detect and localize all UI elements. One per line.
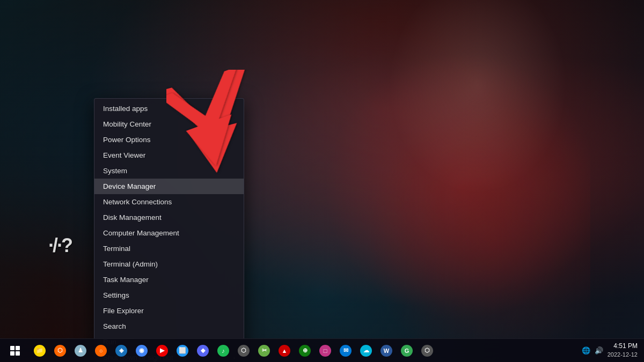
chrome-icon: ◉ xyxy=(136,345,148,357)
taskbar-app-origin[interactable]: ○ xyxy=(91,341,111,360)
menu-item-label-settings: Settings xyxy=(103,291,129,299)
word-icon: W xyxy=(380,345,392,357)
windows-logo-icon xyxy=(10,346,20,356)
menu-item-power-options[interactable]: Power Options xyxy=(94,132,244,147)
taskbar-app-xbox[interactable]: ⊕ xyxy=(295,341,314,360)
menu-item-label-terminal: Terminal xyxy=(103,245,130,253)
menu-item-device-manager[interactable]: Device Manager xyxy=(94,179,244,194)
origin-icon: ○ xyxy=(95,345,107,357)
redapp-icon: ▲ xyxy=(279,345,290,357)
taskbar-app-media[interactable]: ▶ xyxy=(152,341,172,360)
taskbar-app-explorer[interactable]: 📁 xyxy=(30,341,49,360)
menu-item-search[interactable]: Search xyxy=(94,319,244,334)
menu-item-label-mobility-center: Mobility Center xyxy=(103,120,151,128)
taskbar-app-outlook[interactable]: ✉ xyxy=(336,341,355,360)
app3-icon: ⬡ xyxy=(421,345,433,357)
context-menu: Installed appsMobility CenterPower Optio… xyxy=(94,98,244,362)
teamspeak-icon: ◈ xyxy=(115,345,127,357)
menu-item-label-power-options: Power Options xyxy=(103,136,151,144)
webcam-icon: ⬜ xyxy=(177,345,188,357)
wallpaper-figure xyxy=(268,0,590,341)
explorer-icon: 📁 xyxy=(34,345,46,357)
taskbar-app-webcam[interactable]: ⬜ xyxy=(173,341,192,360)
network-tray-icon: 🌐 xyxy=(582,346,590,354)
menu-item-label-file-explorer: File Explorer xyxy=(103,307,144,315)
menu-item-disk-management[interactable]: Disk Management xyxy=(94,210,244,225)
instagram-icon: □ xyxy=(319,345,331,357)
menu-item-mobility-center[interactable]: Mobility Center xyxy=(94,116,244,132)
taskbar-app-obs[interactable]: ⬡ xyxy=(234,341,253,360)
desktop-icon-symbol: ·/·? xyxy=(48,236,72,255)
discord-icon: ◆ xyxy=(197,345,209,357)
menu-item-network-connections[interactable]: Network Connections xyxy=(94,194,244,210)
app1-icon: ☁ xyxy=(360,345,372,357)
taskbar-app-teamspeak[interactable]: ◈ xyxy=(112,341,131,360)
menu-item-event-viewer[interactable]: Event Viewer xyxy=(94,147,244,163)
taskbar-app-discord[interactable]: ◆ xyxy=(193,341,213,360)
xbox-icon: ⊕ xyxy=(299,345,311,357)
menu-item-installed-apps[interactable]: Installed apps xyxy=(94,101,244,116)
obs-icon: ⬡ xyxy=(238,345,250,357)
taskbar-app-word[interactable]: W xyxy=(377,341,396,360)
app2-icon: G xyxy=(401,345,413,357)
taskbar-app-app2[interactable]: G xyxy=(397,341,416,360)
taskbar-app-chrome[interactable]: ◉ xyxy=(132,341,151,360)
taskbar-app-greenshot[interactable]: ✂ xyxy=(254,341,274,360)
steelseries-icon: ⬡ xyxy=(54,345,66,357)
menu-item-system[interactable]: System xyxy=(94,163,244,179)
taskbar-app-app1[interactable]: ☁ xyxy=(356,341,376,360)
taskbar-app-redapp[interactable]: ▲ xyxy=(275,341,294,360)
menu-item-label-disk-management: Disk Management xyxy=(103,213,162,221)
greenshot-icon: ✂ xyxy=(258,345,270,357)
taskbar-app-steam[interactable]: ♟ xyxy=(71,341,90,360)
menu-item-label-search: Search xyxy=(103,322,126,330)
desktop-icon: ·/·? xyxy=(48,236,72,255)
sound-tray-icon: 🔊 xyxy=(595,346,603,354)
taskbar-apps: 📁⬡♟○◈◉▶⬜◆♪⬡✂▲⊕□✉☁WG⬡ xyxy=(28,341,575,360)
menu-item-label-installed-apps: Installed apps xyxy=(103,105,148,113)
menu-item-task-manager[interactable]: Task Manager xyxy=(94,272,244,287)
taskbar-app-instagram[interactable]: □ xyxy=(316,341,335,360)
taskbar-app-steelseries[interactable]: ⬡ xyxy=(50,341,70,360)
menu-item-settings[interactable]: Settings xyxy=(94,287,244,303)
menu-item-label-terminal-admin: Terminal (Admin) xyxy=(103,260,158,268)
menu-item-label-event-viewer: Event Viewer xyxy=(103,151,145,159)
menu-item-label-computer-management: Computer Management xyxy=(103,229,179,237)
media-icon: ▶ xyxy=(156,345,168,357)
taskbar-clock[interactable]: 4:51 PM 2022-12-12 xyxy=(608,342,638,359)
menu-item-label-network-connections: Network Connections xyxy=(103,198,172,206)
taskbar: 📁⬡♟○◈◉▶⬜◆♪⬡✂▲⊕□✉☁WG⬡ 🌐 🔊 4:51 PM 2022-12… xyxy=(0,338,644,362)
taskbar-app-spotify[interactable]: ♪ xyxy=(214,341,233,360)
clock-time: 4:51 PM xyxy=(608,342,638,351)
spotify-icon: ♪ xyxy=(217,345,229,357)
menu-item-file-explorer[interactable]: File Explorer xyxy=(94,303,244,319)
menu-item-label-device-manager: Device Manager xyxy=(103,182,156,190)
outlook-icon: ✉ xyxy=(340,345,352,357)
menu-item-label-task-manager: Task Manager xyxy=(103,276,149,284)
start-button[interactable] xyxy=(2,339,28,363)
menu-item-terminal-admin[interactable]: Terminal (Admin) xyxy=(94,256,244,272)
menu-item-terminal[interactable]: Terminal xyxy=(94,241,244,256)
system-tray: 🌐 🔊 4:51 PM 2022-12-12 xyxy=(575,342,644,359)
steam-icon: ♟ xyxy=(75,345,86,357)
menu-item-computer-management[interactable]: Computer Management xyxy=(94,225,244,241)
menu-item-label-system: System xyxy=(103,167,127,175)
taskbar-app-app3[interactable]: ⬡ xyxy=(418,341,437,360)
clock-date: 2022-12-12 xyxy=(608,351,638,359)
